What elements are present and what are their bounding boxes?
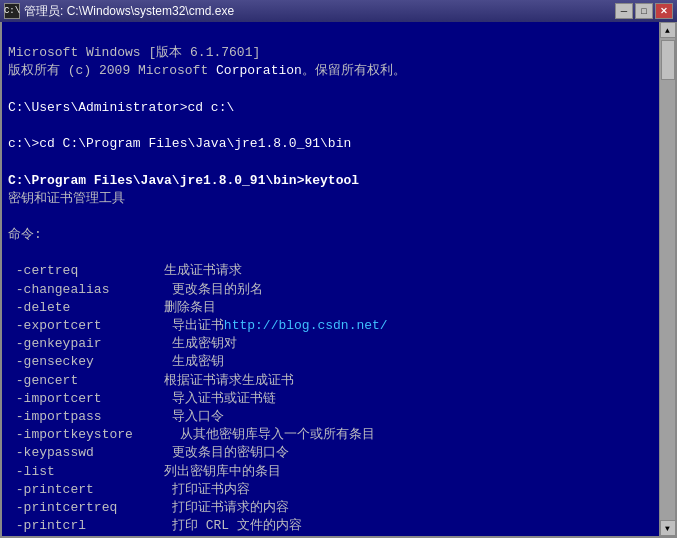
scroll-up-button[interactable]: ▲ xyxy=(660,22,676,38)
cmd-printcrl: -printcrl 打印 CRL 文件的内容 xyxy=(8,518,302,533)
line-3: C:\Users\Administrator>cd c:\ xyxy=(8,100,234,115)
maximize-button[interactable]: □ xyxy=(635,3,653,19)
cmd-delete: -delete 删除条目 xyxy=(8,300,216,315)
console-output[interactable]: Microsoft Windows [版本 6.1.7601] 版权所有 (c)… xyxy=(2,22,659,536)
cmd-importkeystore: -importkeystore 从其他密钥库导入一个或所有条目 xyxy=(8,427,375,442)
title-bar-left: C:\ 管理员: C:\Windows\system32\cmd.exe xyxy=(4,3,234,20)
line-2: 版权所有 (c) 2009 Microsoft Corporation。保留所有… xyxy=(8,63,406,78)
minimize-button[interactable]: ─ xyxy=(615,3,633,19)
cmd-icon: C:\ xyxy=(4,3,20,19)
cmd-exportcert: -exportcert 导出证书http://blog.csdn.net/ xyxy=(8,318,388,333)
scrollbar[interactable]: ▲ ▼ xyxy=(659,22,675,536)
window-controls: ─ □ ✕ xyxy=(615,3,673,19)
line-7: 命令: xyxy=(8,227,42,242)
cmd-genkeypair: -genkeypair 生成密钥对 xyxy=(8,336,237,351)
scrollbar-track[interactable] xyxy=(660,38,675,520)
cmd-keypasswd: -keypasswd 更改条目的密钥口令 xyxy=(8,445,289,460)
cmd-list: -list 列出密钥库中的条目 xyxy=(8,464,281,479)
cmd-importpass: -importpass 导入口令 xyxy=(8,409,224,424)
scrollbar-thumb[interactable] xyxy=(661,40,675,80)
cmd-gencert: -gencert 根据证书请求生成证书 xyxy=(8,373,294,388)
cmd-changealias: -changealias 更改条目的别名 xyxy=(8,282,263,297)
line-1: Microsoft Windows [版本 6.1.7601] xyxy=(8,45,260,60)
scroll-down-button[interactable]: ▼ xyxy=(660,520,676,536)
line-6: 密钥和证书管理工具 xyxy=(8,191,125,206)
line-4: c:\>cd C:\Program Files\Java\jre1.8.0_91… xyxy=(8,136,351,151)
console-window: Microsoft Windows [版本 6.1.7601] 版权所有 (c)… xyxy=(2,22,675,536)
cmd-printcert: -printcert 打印证书内容 xyxy=(8,482,250,497)
window-title: 管理员: C:\Windows\system32\cmd.exe xyxy=(24,3,234,20)
cmd-printcertreq: -printcertreq 打印证书请求的内容 xyxy=(8,500,289,515)
line-5: C:\Program Files\Java\jre1.8.0_91\bin>ke… xyxy=(8,173,359,188)
cmd-importcert: -importcert 导入证书或证书链 xyxy=(8,391,276,406)
close-button[interactable]: ✕ xyxy=(655,3,673,19)
cmd-certreq: -certreq 生成证书请求 xyxy=(8,263,242,278)
window-border: Microsoft Windows [版本 6.1.7601] 版权所有 (c)… xyxy=(0,22,677,538)
cmd-genseckey: -genseckey 生成密钥 xyxy=(8,354,224,369)
title-bar: C:\ 管理员: C:\Windows\system32\cmd.exe ─ □… xyxy=(0,0,677,22)
